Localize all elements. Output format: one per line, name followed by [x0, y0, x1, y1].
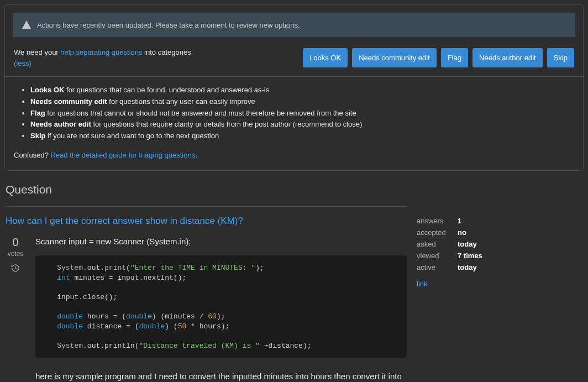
stat-label: answers — [417, 215, 458, 227]
looks-ok-button[interactable]: Looks OK — [303, 48, 348, 67]
needs-community-edit-button[interactable]: Needs community edit — [352, 48, 437, 67]
post-outro: here is my sample program and I need to … — [35, 370, 407, 382]
help-link[interactable]: help separating questions — [60, 48, 142, 56]
guide-item-rest: for questions that require clarity or de… — [91, 120, 363, 128]
guide-item-bold: Looks OK — [30, 86, 64, 94]
guide-item-bold: Flag — [30, 109, 45, 117]
confused-suffix: . — [195, 151, 197, 159]
guide-item-bold: Skip — [30, 132, 45, 140]
table-row: activetoday — [417, 261, 577, 273]
guide-item-rest: for questions that any user can easily i… — [107, 97, 255, 106]
votes-label: votes — [6, 250, 25, 258]
needs-author-edit-button[interactable]: Needs author edit — [473, 48, 543, 67]
stat-label: accepted — [417, 227, 458, 238]
question-area: How can I get the correct answer show in… — [6, 206, 582, 382]
permalink[interactable]: link — [417, 280, 582, 288]
history-icon[interactable] — [6, 263, 25, 275]
triage-guide-link[interactable]: Read the detailed guide for triaging que… — [51, 151, 196, 159]
help-row: We need your help separating questions i… — [5, 45, 583, 76]
guide-section: Looks OK for questions that can be found… — [5, 76, 583, 170]
guide-item-bold: Needs community edit — [30, 97, 107, 106]
stat-value: today — [458, 261, 577, 273]
stat-value: no — [458, 227, 577, 238]
table-row: acceptedno — [417, 227, 577, 238]
table-row: viewed7 times — [417, 250, 577, 261]
question-title[interactable]: How can I get the correct answer show in… — [6, 216, 407, 227]
code-block: System.out.print("Enter the TIME in MINU… — [35, 255, 407, 358]
table-row: answers1 — [417, 215, 577, 227]
help-prefix: We need your — [14, 48, 60, 56]
section-header: Question — [6, 183, 582, 196]
review-panel: Actions have recently been updated. Plea… — [4, 4, 584, 171]
post-body: Scanner input = new Scanner (System.in);… — [35, 236, 407, 382]
guide-item-rest: if you are not sure and want to go to th… — [45, 132, 219, 140]
stat-label: viewed — [417, 250, 458, 261]
table-row: askedtoday — [417, 238, 577, 250]
post-row: 0 votes Scanner input = new Scanner (Sys… — [6, 236, 407, 382]
guide-list: Looks OK for questions that can be found… — [14, 85, 574, 142]
stat-value: 1 — [458, 215, 577, 227]
stat-label: active — [417, 261, 458, 273]
notice-bar: Actions have recently been updated. Plea… — [13, 13, 575, 37]
action-buttons: Looks OK Needs community edit Flag Needs… — [303, 48, 574, 67]
guide-item: Needs community edit for questions that … — [30, 96, 574, 108]
vote-column: 0 votes — [6, 236, 25, 382]
confused-line: Confused? Read the detailed guide for tr… — [14, 150, 574, 161]
help-text: We need your help separating questions i… — [14, 47, 193, 69]
stat-value: today — [458, 238, 577, 250]
guide-item-rest: for questions that can be found, underst… — [64, 86, 269, 94]
help-suffix: into categories. — [142, 48, 193, 56]
guide-item: Flag for questions that cannot or should… — [30, 108, 574, 119]
stat-value: 7 times — [458, 250, 577, 261]
main-column: How can I get the correct answer show in… — [6, 206, 407, 382]
guide-item-bold: Needs author edit — [30, 120, 91, 128]
guide-item: Skip if you are not sure and want to go … — [30, 130, 574, 142]
skip-button[interactable]: Skip — [547, 48, 574, 67]
less-toggle[interactable]: (less) — [14, 59, 32, 67]
side-column: answers1 acceptedno askedtoday viewed7 t… — [417, 206, 582, 382]
confused-prefix: Confused? — [14, 151, 51, 159]
post-intro: Scanner input = new Scanner (System.in); — [35, 236, 407, 248]
stat-label: asked — [417, 238, 458, 250]
guide-item: Looks OK for questions that can be found… — [30, 85, 574, 96]
warning-icon — [22, 20, 32, 30]
stats-table: answers1 acceptedno askedtoday viewed7 t… — [417, 215, 577, 273]
guide-item: Needs author edit for questions that req… — [30, 119, 574, 130]
guide-item-rest: for questions that cannot or should not … — [45, 109, 356, 117]
vote-count: 0 — [6, 236, 25, 249]
flag-button[interactable]: Flag — [441, 48, 468, 67]
notice-text: Actions have recently been updated. Plea… — [37, 21, 300, 29]
